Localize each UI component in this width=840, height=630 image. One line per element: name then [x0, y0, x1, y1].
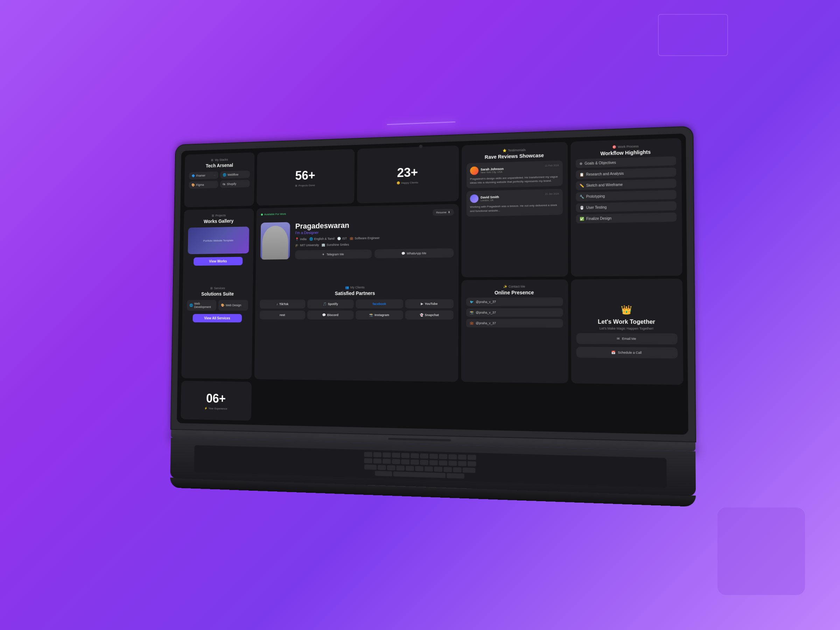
- download-icon: ⬇: [448, 211, 450, 214]
- key: [377, 465, 386, 470]
- stat-clients-number: 23+: [397, 165, 418, 180]
- screen-bezel: ⊞ My Stacks Tech Arsenal 🔷 Framer → 🌐: [177, 133, 688, 435]
- reviewer-header-2: David Smith London, UK 21 Jan 2024: [470, 193, 559, 203]
- clients-icon: 😊: [396, 181, 400, 185]
- client-rest: rest: [260, 311, 305, 319]
- schedule-call-button[interactable]: 📅 Schedule a Call: [576, 347, 678, 358]
- briefcase-icon: 💼: [350, 237, 354, 240]
- email-me-button[interactable]: ✉ Email Me: [576, 333, 677, 345]
- works-preview-bg: Portfolio Website Template: [188, 226, 249, 254]
- reviewer-avatar-1: [470, 166, 478, 175]
- available-dot: [261, 213, 263, 216]
- telegram-icon: ✈: [322, 253, 325, 256]
- key: [420, 459, 428, 465]
- testimonials-title: Rave Reviews Showcase: [467, 152, 562, 161]
- process-icon: 🎯: [612, 145, 616, 149]
- tech-tag-framer: 🔷 Framer →: [189, 172, 218, 180]
- tech-tags-grid: 🔷 Framer → 🌐 Webflow 🎨 Figma: [189, 171, 250, 189]
- profile-photo: [261, 222, 290, 260]
- tech-tag-webflow: 🌐 Webflow: [220, 171, 250, 178]
- key: [458, 461, 466, 466]
- reviewer-header-1: Sarah Johnson New York City, USA 11 Feb …: [470, 164, 559, 175]
- stat-experience-label: ⚡ Year Experience: [204, 407, 227, 410]
- key: [425, 466, 433, 471]
- services-title: Solutions Suite: [187, 291, 248, 297]
- stat-experience-number: 06+: [206, 391, 226, 406]
- reviewer-avatar-2: [470, 194, 478, 203]
- key: [401, 459, 409, 464]
- tech-tag-shopify: 🛍 Shopify: [220, 180, 250, 188]
- key: [463, 467, 476, 472]
- contact-card: ✨ Contact Me Online Presence 🐦 @praha_v_…: [461, 279, 568, 383]
- key: [429, 460, 437, 465]
- key: [467, 455, 476, 460]
- view-all-services-button[interactable]: View All Services: [193, 314, 242, 322]
- services-label: ⊞ Services: [187, 286, 248, 290]
- reviewer-details-2: David Smith London, UK: [480, 195, 499, 202]
- snapchat-icon: 👻: [420, 313, 423, 317]
- cta-card: 👑 Let's Work Together Let's Make Magic H…: [571, 279, 683, 385]
- webflow-icon: 🌐: [223, 173, 226, 177]
- key: [467, 461, 476, 466]
- location-icon: 📍: [295, 238, 298, 241]
- step6-icon: ✅: [579, 217, 584, 221]
- process-step-4: 🔧 Prototyping: [576, 190, 676, 201]
- key: [364, 464, 377, 470]
- clients-icon: 👥: [346, 286, 349, 289]
- webdesign-icon: 🎨: [221, 303, 224, 307]
- clients-logos-grid: ♪TikTok 🎵Spotify facebook ▶YouTube: [260, 299, 453, 319]
- work-process-title: Workflow Highlights: [576, 148, 676, 157]
- tech-arsenal-card: ⊞ My Stacks Tech Arsenal 🔷 Framer → 🌐: [184, 152, 254, 207]
- client-facebook: facebook: [355, 299, 403, 308]
- tiktok-icon: ♪: [276, 302, 278, 306]
- resume-button[interactable]: Resume ⬇: [433, 209, 454, 216]
- review-text-2: Working with Pragadesh was a breeze. He …: [470, 203, 559, 213]
- key: [373, 458, 382, 464]
- telegram-button[interactable]: ✈ Telegram Me: [295, 249, 372, 259]
- project-icon: ⊞: [295, 184, 297, 187]
- tech-arsenal-title: Tech Arsenal: [189, 162, 250, 169]
- clients-card: 👥 My Clients Satisfied Partners ♪TikTok …: [254, 280, 459, 382]
- instagram-icon: 📸: [369, 313, 373, 317]
- reviewer-info-1: Sarah Johnson New York City, USA: [470, 166, 504, 175]
- stat-clients-label: 😊 Happy Clients: [396, 181, 418, 184]
- clients-label: 👥 My Clients: [260, 285, 453, 290]
- contact-icon: ✨: [503, 285, 507, 288]
- process-step-3: ✏️ Sketch and Wireframe: [576, 179, 676, 190]
- service-webdesign: 🎨 Web Design: [218, 300, 248, 311]
- spotify-icon: 🎵: [323, 302, 327, 306]
- profile-meta: 📍 India 🌐 English & Tamil 🕐: [295, 235, 453, 241]
- view-works-button[interactable]: View Works: [194, 257, 243, 266]
- star-icon: ⭐: [503, 149, 507, 152]
- works-title: Works Gallery: [188, 218, 249, 224]
- key: [448, 454, 457, 459]
- clock-icon: 🕐: [337, 237, 341, 240]
- review-item-1: Sarah Johnson New York City, USA 11 Feb …: [467, 160, 563, 188]
- key: [415, 466, 423, 471]
- crown-icon: 👑: [621, 305, 632, 315]
- step1-icon: ⊕: [579, 162, 583, 166]
- client-instagram: 📸Instagram: [355, 311, 403, 319]
- screen: ⊞ My Stacks Tech Arsenal 🔷 Framer → 🌐: [177, 133, 688, 435]
- linkedin-icon: 💼: [470, 321, 474, 325]
- key: [364, 452, 373, 457]
- meta-title: 💼 Software Engineer: [350, 236, 380, 240]
- decorative-square-bottom: [717, 507, 805, 595]
- client-youtube: ▶YouTube: [405, 299, 453, 308]
- stat-projects-number: 56+: [295, 168, 315, 183]
- client-tiktok: ♪TikTok: [260, 300, 305, 309]
- key: [392, 453, 400, 458]
- profile-role-type: Designer: [304, 230, 319, 235]
- key: [439, 454, 447, 459]
- review-date-2: 21 Jan 2024: [545, 193, 559, 195]
- whatsapp-button[interactable]: 💬 WhatsApp Me: [374, 248, 454, 258]
- process-step-6: ✅ Finalize Design: [576, 212, 677, 223]
- process-step-2: 📋 Research and Analysis: [576, 167, 676, 179]
- profile-actions: ✈ Telegram Me 💬 WhatsApp Me: [295, 248, 454, 259]
- figma-icon: 🎨: [191, 183, 195, 187]
- key: [364, 458, 373, 463]
- meta-location: 📍 India: [295, 237, 306, 241]
- key: [453, 467, 461, 472]
- discord-icon: 💬: [322, 313, 326, 317]
- social-linkedin: 💼 @praha_v_37: [466, 319, 563, 328]
